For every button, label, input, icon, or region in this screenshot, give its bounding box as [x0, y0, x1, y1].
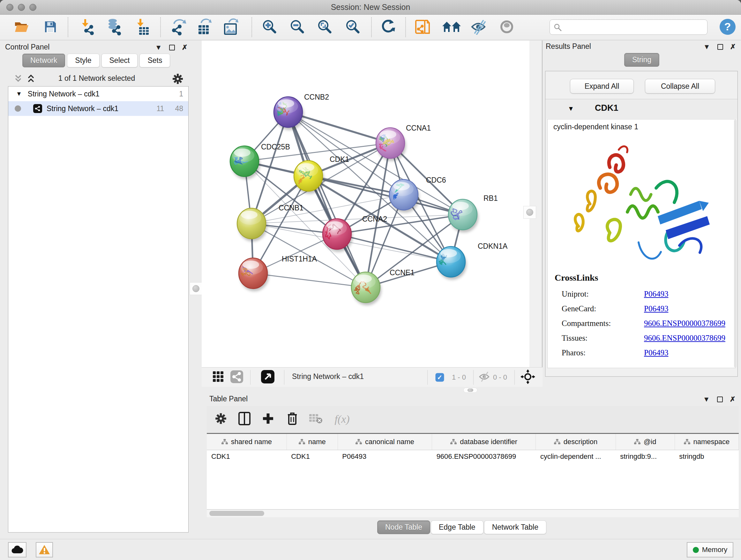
column-header[interactable]: namespace — [675, 434, 738, 450]
network-tree: ▼ String Network – cdk1 1 String Network… — [8, 86, 189, 533]
column-header[interactable]: @id — [616, 434, 675, 450]
cloud-status-button[interactable] — [8, 542, 26, 557]
maximize-panel-icon[interactable] — [717, 396, 723, 402]
table-options-gear-icon[interactable] — [214, 412, 227, 426]
warnings-button[interactable] — [36, 542, 53, 557]
node-label-CDKN1A: CDKN1A — [478, 242, 508, 250]
delete-table-icon[interactable] — [309, 413, 323, 426]
protein-node-HIST1H1A[interactable] — [239, 258, 269, 291]
import-table-file-icon[interactable] — [135, 18, 149, 37]
column-header[interactable]: database identifier — [432, 434, 536, 450]
string-protein-query-icon[interactable] — [414, 18, 431, 37]
help-icon[interactable]: ? — [719, 18, 736, 37]
network-options-gear-icon[interactable] — [172, 73, 184, 86]
import-network-file-icon[interactable] — [79, 18, 96, 37]
add-column-icon[interactable] — [262, 412, 274, 426]
tab-string[interactable]: String — [624, 53, 659, 67]
protein-node-CDC6[interactable] — [389, 179, 419, 212]
apply-layout-icon[interactable] — [381, 19, 396, 36]
network-row-selected[interactable]: String Network – cdk1 11 48 — [8, 101, 188, 116]
left-splitter-grip[interactable] — [190, 282, 202, 295]
table-header-row[interactable]: shared namenamecanonical namedatabase id… — [207, 434, 739, 450]
birdseye-view-icon[interactable] — [261, 370, 275, 385]
protein-node-CCNA1[interactable] — [376, 128, 406, 161]
export-image-icon[interactable] — [223, 18, 239, 37]
tab-style[interactable]: Style — [67, 54, 99, 67]
fit-selected-icon[interactable] — [521, 369, 535, 385]
close-panel-icon[interactable]: ✗ — [730, 44, 736, 51]
float-panel-icon[interactable]: ▼ — [703, 44, 711, 51]
crosslink-row: Tissues:9606.ENSP00000378699 — [562, 331, 728, 346]
float-panel-icon[interactable]: ▼ — [155, 44, 162, 51]
right-splitter-grip[interactable] — [523, 206, 536, 219]
tab-network[interactable]: Network — [22, 54, 65, 67]
protein-node-CDKN1A[interactable] — [436, 246, 467, 280]
collection-count: 1 — [179, 90, 183, 98]
results-button-row: Expand All Collapse All — [545, 71, 738, 99]
title-bar: Session: New Session — [0, 0, 741, 15]
tab-edge-table[interactable]: Edge Table — [431, 520, 483, 534]
results-scrollbar[interactable] — [734, 120, 737, 368]
protein-node-RB1[interactable] — [448, 199, 478, 233]
network-selection-status: 1 of 1 Network selected — [3, 74, 191, 83]
function-builder-icon[interactable]: f(x) — [334, 413, 349, 425]
grid-view-icon[interactable] — [212, 371, 224, 384]
search-input[interactable] — [564, 20, 704, 34]
node-detail-card: cyclin-dependent kinase 1 — [547, 119, 736, 368]
column-header[interactable]: canonical name — [338, 434, 432, 450]
section-expander-icon[interactable]: ▼ — [568, 105, 574, 112]
float-panel-icon[interactable]: ▼ — [703, 396, 710, 403]
memory-button[interactable]: Memory — [687, 542, 733, 557]
network-canvas[interactable]: CCNB2CCNA1CDC25BCDK1CDC6RB1CCNB1CCNA2CDK… — [202, 41, 529, 367]
zoom-selected-icon[interactable] — [345, 19, 361, 36]
protein-node-CDK1[interactable] — [294, 161, 324, 194]
column-header[interactable]: description — [536, 434, 616, 450]
tab-select[interactable]: Select — [102, 54, 138, 67]
maximize-panel-icon[interactable] — [718, 44, 723, 50]
show-columns-icon[interactable] — [239, 412, 251, 427]
enhanced-graphics-icon[interactable] — [499, 19, 515, 36]
crosslink-value-link[interactable]: 9606.ENSP00000378699 — [644, 319, 725, 328]
network-collection-row[interactable]: ▼ String Network – cdk1 1 — [8, 86, 188, 101]
maximize-panel-icon[interactable] — [169, 45, 175, 51]
table-hscrollbar[interactable] — [207, 509, 739, 517]
crosslink-value-link[interactable]: 9606.ENSP00000378699 — [644, 334, 725, 343]
node-section-header[interactable]: ▼ CDK1 — [545, 100, 738, 118]
delete-column-icon[interactable] — [286, 412, 298, 427]
save-session-icon[interactable] — [44, 20, 57, 35]
table-row[interactable]: CDK1CDK1P064939606.ENSP00000378699cyclin… — [207, 450, 739, 463]
column-header[interactable]: shared name — [207, 434, 286, 450]
collapse-all-button[interactable]: Collapse All — [645, 79, 715, 94]
protein-node-CCNB2[interactable] — [274, 97, 304, 130]
tab-node-table[interactable]: Node Table — [377, 520, 430, 534]
close-panel-icon[interactable]: ✗ — [730, 396, 736, 403]
export-table-icon[interactable] — [196, 18, 212, 37]
network-view-icon[interactable] — [230, 370, 244, 385]
scrollbar-thumb[interactable] — [209, 511, 264, 516]
protein-node-CDC25B[interactable] — [230, 146, 260, 179]
import-network-database-icon[interactable] — [106, 18, 123, 37]
crosslink-value-link[interactable]: P06493 — [644, 348, 668, 357]
crosslink-value-link[interactable]: P06493 — [644, 290, 668, 299]
collection-expander-icon[interactable]: ▼ — [16, 90, 22, 98]
export-network-icon[interactable] — [170, 18, 187, 37]
zoom-fit-icon[interactable] — [317, 19, 333, 36]
toolbar-separator — [371, 17, 372, 37]
table-cell: stringdb:9... — [616, 450, 675, 463]
tab-sets[interactable]: Sets — [139, 54, 170, 67]
close-panel-icon[interactable]: ✗ — [182, 44, 188, 51]
hide-glass-icon[interactable] — [470, 19, 487, 36]
selected-nodes-checkbox[interactable]: ✓ — [435, 373, 444, 381]
tab-network-table[interactable]: Network Table — [484, 520, 546, 534]
column-header[interactable]: name — [286, 434, 338, 450]
string-home-icon[interactable] — [442, 20, 461, 35]
crosslink-value-link[interactable]: P06493 — [644, 304, 668, 313]
horizontal-splitter-grip[interactable] — [463, 388, 477, 393]
warning-icon — [39, 545, 50, 555]
vertical-splitter[interactable] — [529, 41, 542, 367]
open-session-icon[interactable] — [14, 20, 29, 35]
expand-all-button[interactable]: Expand All — [570, 79, 634, 94]
zoom-out-icon[interactable] — [289, 19, 306, 36]
protein-node-CCNE1[interactable] — [351, 272, 381, 305]
zoom-in-icon[interactable] — [262, 19, 278, 36]
